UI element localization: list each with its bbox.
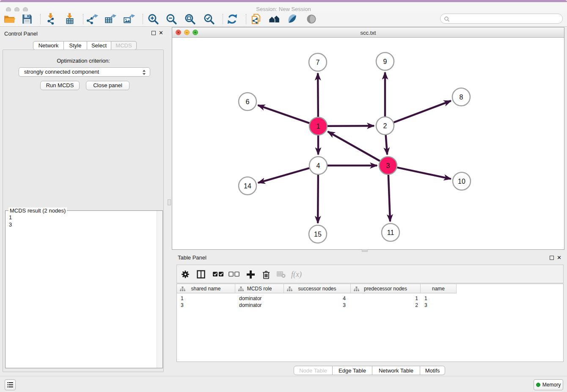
column-header-MCDS-role[interactable]: MCDS role xyxy=(235,284,284,293)
edge-2-8[interactable] xyxy=(394,101,451,122)
task-history-button[interactable] xyxy=(5,379,16,390)
session-details-icon[interactable] xyxy=(250,13,262,25)
cell-successor-nodes: 4 xyxy=(284,295,351,302)
mcds-result-list: 13 xyxy=(9,214,12,228)
control-panel-title: Control Panel xyxy=(4,30,38,37)
tab-mcds[interactable]: MCDS xyxy=(111,41,137,50)
memory-label: Memory xyxy=(542,382,561,388)
optimization-select[interactable]: strongly connected component xyxy=(19,67,150,77)
select-all-icon[interactable] xyxy=(212,269,225,281)
column-browser-icon[interactable] xyxy=(196,269,207,281)
tab-edge-table[interactable]: Edge Table xyxy=(333,366,372,375)
svg-text:f(x): f(x) xyxy=(291,270,302,279)
toolbar-separator xyxy=(246,14,246,24)
search-box[interactable] xyxy=(440,14,563,24)
table-tabs: Node TableEdge TableNetwork TableMotifs xyxy=(294,366,445,375)
import-table-icon[interactable] xyxy=(64,13,76,25)
node-label-11: 11 xyxy=(387,229,394,236)
tab-style[interactable]: Style xyxy=(64,41,87,50)
network-graph-canvas[interactable]: 1234678910111415 xyxy=(172,38,564,250)
zoom-selected-icon[interactable] xyxy=(203,13,215,25)
cell-shared-name: 3 xyxy=(177,302,235,309)
toolbar-separator xyxy=(223,14,223,24)
network-view-window: ✕ − + scc.txt 1234678910111415 xyxy=(172,27,564,250)
network-overview-icon[interactable] xyxy=(268,13,280,25)
settings-icon[interactable] xyxy=(180,269,192,281)
node-label-14: 14 xyxy=(244,182,251,190)
column-header-successor-nodes[interactable]: successor nodes xyxy=(284,284,351,293)
edge-3-1[interactable] xyxy=(328,132,380,161)
float-panel-icon[interactable] xyxy=(151,31,156,35)
delete-column-icon[interactable] xyxy=(261,269,272,281)
edge-2-3[interactable] xyxy=(386,135,387,155)
edge-4-15[interactable] xyxy=(318,175,318,223)
column-header-predecessor-nodes[interactable]: predecessor nodes xyxy=(351,284,421,293)
function-builder-icon[interactable]: f(x) xyxy=(290,269,306,281)
table-panel: Table Panel ✕ f(x) shared nameMCDS roles… xyxy=(172,251,564,376)
deselect-all-icon[interactable] xyxy=(228,269,241,281)
save-session-icon[interactable] xyxy=(21,13,33,25)
status-bar: Memory xyxy=(0,376,567,392)
table-row[interactable]: 1dominator411 xyxy=(177,295,457,302)
toolbar-separator xyxy=(143,14,143,24)
split-divider-handle[interactable] xyxy=(168,199,171,205)
result-scrollbar[interactable] xyxy=(157,211,162,368)
memory-button[interactable]: Memory xyxy=(534,379,563,390)
select-stepper-icon xyxy=(142,70,146,75)
table-row[interactable]: 3dominator323 xyxy=(177,302,457,309)
table-toolbar: f(x) xyxy=(176,265,564,283)
mcds-result-box: MCDS result (2 nodes) 13 xyxy=(5,210,163,368)
refresh-network-icon[interactable] xyxy=(226,13,238,25)
delete-table-icon[interactable] xyxy=(276,269,288,281)
tab-motifs[interactable]: Motifs xyxy=(420,366,445,375)
show-graphics-details-icon[interactable] xyxy=(306,13,317,25)
tab-select[interactable]: Select xyxy=(87,41,111,50)
cell-predecessor-nodes: 1 xyxy=(351,295,421,302)
close-panel-icon[interactable]: ✕ xyxy=(557,255,561,260)
search-input[interactable] xyxy=(451,15,559,22)
edge-1-7[interactable] xyxy=(318,73,318,117)
open-session-icon[interactable] xyxy=(3,13,15,25)
tab-network[interactable]: Network xyxy=(33,41,64,50)
result-item: 1 xyxy=(9,214,12,221)
cell-MCDS-role: dominator xyxy=(235,302,284,309)
edge-3-10[interactable] xyxy=(397,168,451,179)
edge-3-11[interactable] xyxy=(388,175,390,221)
edge-1-2[interactable] xyxy=(328,126,374,126)
cell-shared-name: 1 xyxy=(177,295,235,302)
zoom-out-icon[interactable] xyxy=(165,13,177,25)
float-panel-icon[interactable] xyxy=(550,256,554,260)
main-toolbar xyxy=(0,11,567,27)
export-table-icon[interactable] xyxy=(105,13,116,25)
optimization-label: Optimization criterion: xyxy=(0,58,167,64)
toolbar-separator xyxy=(40,14,41,24)
node-label-15: 15 xyxy=(314,231,322,238)
close-panel-button[interactable]: Close panel xyxy=(86,81,129,90)
node-label-10: 10 xyxy=(458,178,465,185)
network-view-title: scc.txt xyxy=(172,30,564,36)
node-label-4: 4 xyxy=(317,162,320,169)
run-mcds-button[interactable]: Run MCDS xyxy=(40,81,80,90)
zoom-fit-icon[interactable] xyxy=(184,13,196,25)
cell-MCDS-role: dominator xyxy=(235,295,284,302)
close-panel-icon[interactable]: ✕ xyxy=(159,30,163,35)
apply-style-icon[interactable] xyxy=(286,13,298,25)
node-label-7: 7 xyxy=(316,59,320,66)
tab-network-table[interactable]: Network Table xyxy=(372,366,420,375)
node-label-3: 3 xyxy=(386,162,390,169)
zoom-in-icon[interactable] xyxy=(147,13,159,25)
edge-1-6[interactable] xyxy=(258,105,310,123)
add-column-icon[interactable] xyxy=(245,269,257,281)
export-image-icon[interactable] xyxy=(123,13,135,25)
column-header-shared-name[interactable]: shared name xyxy=(177,284,235,293)
export-network-icon[interactable] xyxy=(86,13,98,25)
edge-4-14[interactable] xyxy=(258,168,309,183)
mcds-result-title: MCDS result (2 nodes) xyxy=(8,207,67,214)
tab-node-table[interactable]: Node Table xyxy=(294,366,333,375)
network-window-titlebar: ✕ − + scc.txt xyxy=(172,28,564,38)
column-header-name[interactable]: name xyxy=(421,284,457,293)
cell-successor-nodes: 3 xyxy=(284,302,351,309)
node-table: shared nameMCDS rolesuccessor nodesprede… xyxy=(176,284,564,362)
import-network-icon[interactable] xyxy=(45,13,57,25)
node-label-9: 9 xyxy=(383,58,387,65)
